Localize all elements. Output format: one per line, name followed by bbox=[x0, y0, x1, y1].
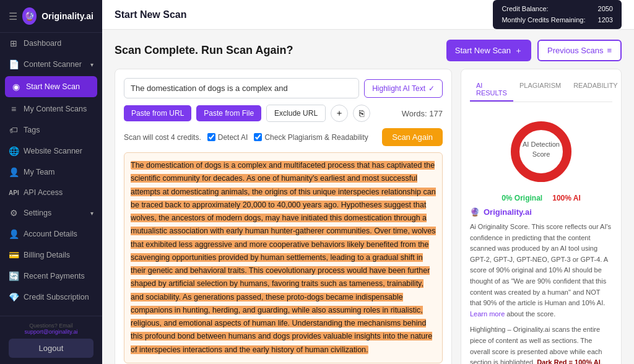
dashboard-icon: ⊞ bbox=[9, 38, 19, 48]
settings-icon: ⚙ bbox=[9, 208, 19, 218]
sidebar-item-recent-payments[interactable]: 🔄 Recent Payments bbox=[0, 266, 102, 287]
sidebar-item-content-scanner[interactable]: 📄 Content Scanner ▾ bbox=[0, 54, 102, 75]
sidebar-item-label: Recent Payments bbox=[24, 272, 85, 280]
start-scan-icon: ◉ bbox=[11, 82, 21, 92]
scan-again-button[interactable]: Scan Again bbox=[382, 128, 443, 146]
sidebar-logo: ☰ 🔮 Originality.ai bbox=[0, 0, 102, 33]
sidebar-item-account-details[interactable]: 👤 Account Details bbox=[0, 223, 102, 245]
words-count: Words: 177 bbox=[402, 109, 443, 118]
monthly-credits-label: Monthly Credits Remaining: bbox=[502, 15, 585, 26]
tab-readability[interactable]: READABILITY bbox=[567, 78, 622, 102]
ai-score-description: Ai Originality Score. This score reflect… bbox=[470, 222, 612, 319]
sidebar-item-label: Content Scanner bbox=[24, 60, 82, 69]
sidebar-item-label: My Team bbox=[24, 168, 54, 176]
detect-ai-label[interactable]: Detect AI bbox=[207, 133, 248, 142]
svg-text:Score: Score bbox=[532, 150, 550, 158]
api-icon: API bbox=[9, 189, 19, 196]
team-icon: 👤 bbox=[9, 167, 19, 177]
website-icon: 🌐 bbox=[9, 146, 19, 156]
payments-icon: 🔄 bbox=[9, 271, 19, 281]
sidebar: ☰ 🔮 Originality.ai ⊞ Dashboard 📄 Content… bbox=[0, 0, 102, 364]
previous-scans-button[interactable]: Previous Scans ≡ bbox=[537, 40, 622, 61]
sidebar-item-label: Credit Subscription bbox=[24, 293, 89, 301]
menu-icon: ≡ bbox=[607, 46, 612, 55]
sidebar-item-credit-subscription[interactable]: 💎 Credit Subscription bbox=[0, 287, 102, 308]
input-row: Highlight AI Text ✓ bbox=[124, 78, 443, 98]
detect-ai-checkbox[interactable] bbox=[207, 133, 215, 141]
plagiarism-checkbox[interactable] bbox=[254, 133, 262, 141]
originality-brand: Originality.ai bbox=[484, 207, 532, 217]
sidebar-item-my-content-scans[interactable]: ≡ My Content Scans bbox=[0, 98, 102, 119]
sidebar-item-billing-details[interactable]: 💳 Billing Details bbox=[0, 245, 102, 266]
action-row: Paste from URL Paste from File Exclude U… bbox=[124, 105, 443, 122]
copy-button[interactable]: ⎘ bbox=[353, 105, 370, 122]
start-new-scan-label: Start New Scan bbox=[455, 46, 511, 55]
sidebar-item-start-new-scan[interactable]: ◉ Start New Scan bbox=[5, 76, 97, 97]
logo-text: Originality.ai bbox=[41, 11, 93, 21]
scan-text-input[interactable] bbox=[124, 78, 359, 98]
tabs-row: AI RESULTS PLAGIARISM READABILITY bbox=[470, 78, 612, 102]
originality-logo: 🔮 Originality.ai bbox=[470, 207, 612, 217]
highlighted-text-area: The domestication of dogs is a complex a… bbox=[124, 152, 443, 363]
sidebar-footer: Questions? Email support@originality.ai … bbox=[0, 316, 102, 364]
add-button[interactable]: ＋ bbox=[331, 105, 348, 122]
highlight-ai-text-button[interactable]: Highlight AI Text ✓ bbox=[364, 79, 443, 98]
original-score: 0% Original bbox=[502, 194, 542, 202]
checkmark-icon: ✓ bbox=[428, 84, 435, 93]
chevron-down-icon: ▾ bbox=[90, 61, 93, 68]
sidebar-item-my-team[interactable]: 👤 My Team bbox=[0, 162, 102, 183]
sidebar-item-tags[interactable]: 🏷 Tags bbox=[0, 119, 102, 141]
right-panel: AI RESULTS PLAGIARISM READABILITY AI Det… bbox=[461, 69, 622, 364]
content-area: Scan Complete. Run Scan Again? Start New… bbox=[102, 30, 634, 364]
billing-icon: 💳 bbox=[9, 250, 19, 260]
tab-plagiarism[interactable]: PLAGIARISM bbox=[513, 78, 567, 102]
support-email[interactable]: support@originality.ai bbox=[24, 329, 77, 335]
score-labels: 0% Original 100% AI bbox=[470, 194, 612, 202]
ai-score: 100% AI bbox=[552, 194, 581, 202]
dark-red-label: Dark Red = 100% AI bbox=[537, 358, 601, 364]
credit-info: Credit Balance: 2050 Monthly Credits Rem… bbox=[493, 0, 622, 29]
credit-balance-label: Credit Balance: bbox=[502, 4, 548, 15]
learn-more-link[interactable]: Learn more bbox=[470, 310, 505, 318]
start-new-scan-button[interactable]: Start New Scan ＋ bbox=[446, 40, 531, 61]
sidebar-item-label: Tags bbox=[24, 126, 40, 134]
sidebar-item-label: Website Scanner bbox=[24, 147, 82, 155]
exclude-url-button[interactable]: Exclude URL bbox=[266, 105, 326, 122]
tags-icon: 🏷 bbox=[9, 125, 19, 135]
two-col-layout: Highlight AI Text ✓ Paste from URL Paste… bbox=[115, 69, 622, 364]
sidebar-item-settings[interactable]: ⚙ Settings ▾ bbox=[0, 202, 102, 223]
scan-header-actions: Start New Scan ＋ Previous Scans ≡ bbox=[446, 40, 622, 61]
sidebar-item-label: Start New Scan bbox=[26, 82, 80, 91]
ai-highlighted-sentence: The domestication of dogs is a complex a… bbox=[131, 161, 436, 354]
sidebar-item-label: My Content Scans bbox=[24, 105, 87, 113]
hamburger-icon[interactable]: ☰ bbox=[9, 11, 17, 22]
content-scanner-icon: 📄 bbox=[9, 59, 19, 69]
logout-button[interactable]: Logout bbox=[9, 339, 93, 358]
tab-ai-results[interactable]: AI RESULTS bbox=[470, 78, 513, 102]
support-text: Questions? Email support@originality.ai bbox=[9, 323, 93, 335]
highlight-label: Highlight AI Text bbox=[372, 84, 425, 93]
monthly-credits-value: 1203 bbox=[598, 15, 613, 26]
main-content: Start New Scan Credit Balance: 2050 Mont… bbox=[102, 0, 634, 364]
scan-header: Scan Complete. Run Scan Again? Start New… bbox=[115, 40, 622, 61]
paste-from-url-button[interactable]: Paste from URL bbox=[124, 105, 191, 121]
plus-icon: ＋ bbox=[515, 45, 523, 56]
logo-icon: 🔮 bbox=[22, 7, 37, 25]
sidebar-item-label: Account Details bbox=[24, 230, 77, 238]
highlight-description: Highlighting – Originality.ai scans the … bbox=[470, 324, 612, 364]
svg-text:AI Detection: AI Detection bbox=[523, 141, 560, 148]
top-bar: Start New Scan Credit Balance: 2050 Mont… bbox=[102, 0, 634, 30]
plagiarism-label[interactable]: Check Plagiarism & Readability bbox=[254, 133, 368, 142]
sidebar-item-label: Billing Details bbox=[24, 251, 70, 259]
page-title: Start New Scan bbox=[115, 9, 186, 20]
sidebar-item-api-access[interactable]: API API Access bbox=[0, 183, 102, 202]
sidebar-item-website-scanner[interactable]: 🌐 Website Scanner bbox=[0, 141, 102, 162]
paste-from-file-button[interactable]: Paste from File bbox=[196, 105, 261, 121]
credit-icon: 💎 bbox=[9, 292, 19, 302]
sidebar-item-dashboard[interactable]: ⊞ Dashboard bbox=[0, 33, 102, 54]
previous-scans-label: Previous Scans bbox=[547, 46, 603, 55]
credits-label: Scan will cost 4 credits. bbox=[124, 133, 201, 142]
content-scans-icon: ≡ bbox=[9, 104, 19, 114]
account-icon: 👤 bbox=[9, 229, 19, 239]
credits-row: Scan will cost 4 credits. Detect AI Chec… bbox=[124, 128, 443, 146]
